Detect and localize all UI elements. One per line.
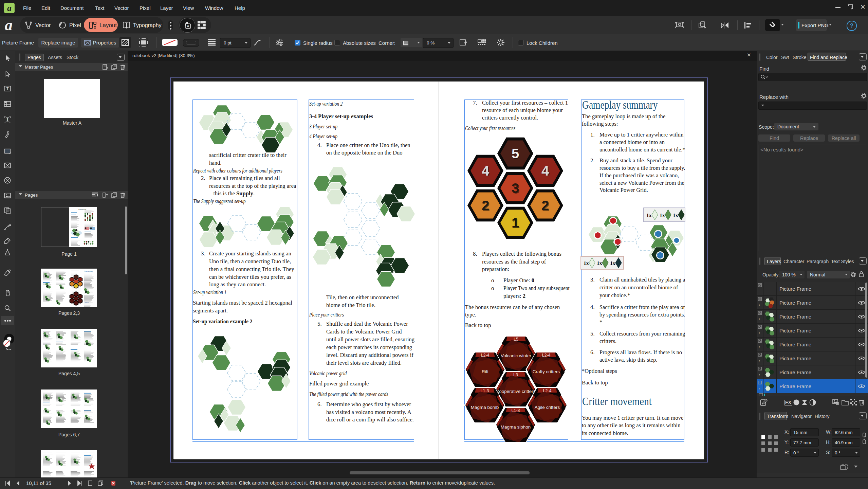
svg-text:1x: 1x xyxy=(610,260,615,266)
svg-text:L2-4: L2-4 xyxy=(543,388,551,393)
svg-text:T: T xyxy=(6,117,9,122)
svg-text:Agile critters: Agile critters xyxy=(535,405,560,410)
svg-text:1x: 1x xyxy=(646,212,652,218)
svg-text:Volcanic winter: Volcanic winter xyxy=(501,353,532,358)
svg-text:3: 3 xyxy=(512,181,519,196)
svg-text:1x: 1x xyxy=(597,260,602,266)
svg-text:Rift: Rift xyxy=(482,369,488,374)
svg-text:1x: 1x xyxy=(673,212,678,218)
svg-text:Gameplay: Gameplay xyxy=(84,270,93,272)
svg-text:Crafty critters: Crafty critters xyxy=(533,369,560,374)
svg-text:L1-3: L1-3 xyxy=(480,388,489,393)
svg-text:4: 4 xyxy=(541,163,549,178)
svg-text:1: 1 xyxy=(512,215,519,230)
svg-text:L5: L5 xyxy=(514,337,518,342)
svg-text:L2-4: L2-4 xyxy=(542,353,550,358)
svg-text:Critter: Critter xyxy=(84,302,89,304)
svg-text:L1-3: L1-3 xyxy=(511,408,520,413)
svg-text:2: 2 xyxy=(541,198,549,213)
svg-text:Cooperative critters: Cooperative critters xyxy=(496,389,535,394)
svg-text:Magma bomb: Magma bomb xyxy=(471,405,499,410)
svg-text:L2-4: L2-4 xyxy=(481,353,489,358)
svg-text:5: 5 xyxy=(512,146,519,161)
svg-text:2: 2 xyxy=(482,198,489,213)
svg-text:1x: 1x xyxy=(584,260,589,266)
svg-text:A: A xyxy=(187,24,189,28)
svg-text:4: 4 xyxy=(482,163,490,178)
svg-text:T: T xyxy=(6,87,9,91)
svg-text:1x: 1x xyxy=(660,212,665,218)
svg-text:Magma siphon: Magma siphon xyxy=(501,424,531,430)
svg-text:L3: L3 xyxy=(513,373,518,377)
